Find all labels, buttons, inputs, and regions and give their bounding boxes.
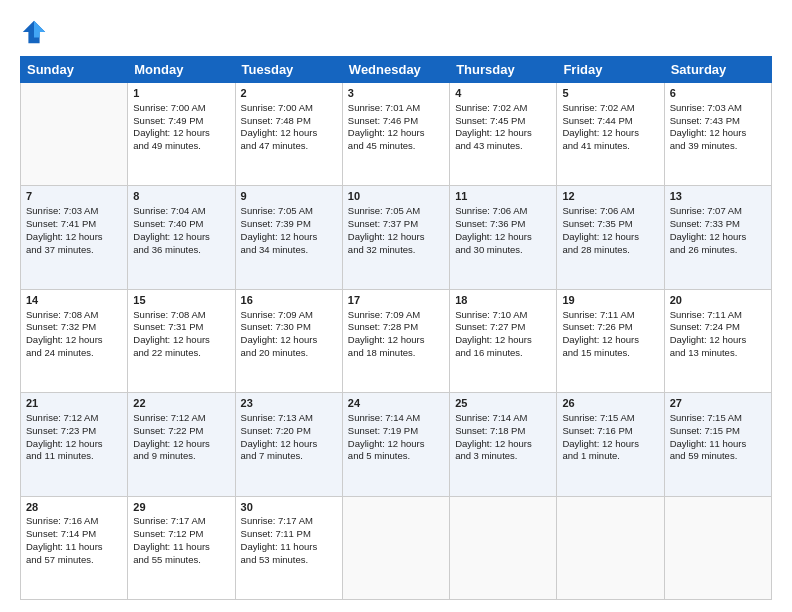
calendar-cell: 1Sunrise: 7:00 AMSunset: 7:49 PMDaylight…: [128, 83, 235, 186]
weekday-header: Friday: [557, 57, 664, 83]
day-number: 28: [26, 500, 122, 515]
calendar-cell: 6Sunrise: 7:03 AMSunset: 7:43 PMDaylight…: [664, 83, 771, 186]
calendar-week-row: 21Sunrise: 7:12 AMSunset: 7:23 PMDayligh…: [21, 393, 772, 496]
weekday-header: Tuesday: [235, 57, 342, 83]
day-number: 20: [670, 293, 766, 308]
day-number: 6: [670, 86, 766, 101]
calendar-cell: 23Sunrise: 7:13 AMSunset: 7:20 PMDayligh…: [235, 393, 342, 496]
day-number: 26: [562, 396, 658, 411]
calendar-cell: 17Sunrise: 7:09 AMSunset: 7:28 PMDayligh…: [342, 289, 449, 392]
calendar-cell: [664, 496, 771, 599]
calendar-cell: 24Sunrise: 7:14 AMSunset: 7:19 PMDayligh…: [342, 393, 449, 496]
calendar: SundayMondayTuesdayWednesdayThursdayFrid…: [20, 56, 772, 600]
day-number: 24: [348, 396, 444, 411]
calendar-week-row: 28Sunrise: 7:16 AMSunset: 7:14 PMDayligh…: [21, 496, 772, 599]
calendar-cell: 5Sunrise: 7:02 AMSunset: 7:44 PMDaylight…: [557, 83, 664, 186]
calendar-cell: 15Sunrise: 7:08 AMSunset: 7:31 PMDayligh…: [128, 289, 235, 392]
day-number: 9: [241, 189, 337, 204]
day-number: 27: [670, 396, 766, 411]
day-number: 11: [455, 189, 551, 204]
day-number: 18: [455, 293, 551, 308]
calendar-cell: 7Sunrise: 7:03 AMSunset: 7:41 PMDaylight…: [21, 186, 128, 289]
svg-marker-1: [34, 21, 45, 38]
calendar-cell: 18Sunrise: 7:10 AMSunset: 7:27 PMDayligh…: [450, 289, 557, 392]
calendar-cell: 21Sunrise: 7:12 AMSunset: 7:23 PMDayligh…: [21, 393, 128, 496]
calendar-week-row: 1Sunrise: 7:00 AMSunset: 7:49 PMDaylight…: [21, 83, 772, 186]
calendar-cell: 13Sunrise: 7:07 AMSunset: 7:33 PMDayligh…: [664, 186, 771, 289]
day-number: 3: [348, 86, 444, 101]
calendar-cell: 19Sunrise: 7:11 AMSunset: 7:26 PMDayligh…: [557, 289, 664, 392]
calendar-cell: [21, 83, 128, 186]
calendar-cell: 14Sunrise: 7:08 AMSunset: 7:32 PMDayligh…: [21, 289, 128, 392]
day-number: 14: [26, 293, 122, 308]
day-number: 23: [241, 396, 337, 411]
calendar-cell: [342, 496, 449, 599]
calendar-cell: 9Sunrise: 7:05 AMSunset: 7:39 PMDaylight…: [235, 186, 342, 289]
calendar-cell: 26Sunrise: 7:15 AMSunset: 7:16 PMDayligh…: [557, 393, 664, 496]
logo-icon: [20, 18, 48, 46]
calendar-cell: [450, 496, 557, 599]
calendar-cell: 25Sunrise: 7:14 AMSunset: 7:18 PMDayligh…: [450, 393, 557, 496]
day-number: 16: [241, 293, 337, 308]
calendar-cell: 12Sunrise: 7:06 AMSunset: 7:35 PMDayligh…: [557, 186, 664, 289]
day-number: 13: [670, 189, 766, 204]
day-number: 2: [241, 86, 337, 101]
day-number: 25: [455, 396, 551, 411]
header: [20, 18, 772, 46]
calendar-cell: 11Sunrise: 7:06 AMSunset: 7:36 PMDayligh…: [450, 186, 557, 289]
day-number: 22: [133, 396, 229, 411]
weekday-header: Wednesday: [342, 57, 449, 83]
day-number: 19: [562, 293, 658, 308]
calendar-cell: 3Sunrise: 7:01 AMSunset: 7:46 PMDaylight…: [342, 83, 449, 186]
day-number: 30: [241, 500, 337, 515]
calendar-cell: 28Sunrise: 7:16 AMSunset: 7:14 PMDayligh…: [21, 496, 128, 599]
day-number: 17: [348, 293, 444, 308]
day-number: 1: [133, 86, 229, 101]
calendar-cell: 22Sunrise: 7:12 AMSunset: 7:22 PMDayligh…: [128, 393, 235, 496]
calendar-cell: 10Sunrise: 7:05 AMSunset: 7:37 PMDayligh…: [342, 186, 449, 289]
calendar-cell: 2Sunrise: 7:00 AMSunset: 7:48 PMDaylight…: [235, 83, 342, 186]
day-number: 15: [133, 293, 229, 308]
day-number: 12: [562, 189, 658, 204]
day-number: 7: [26, 189, 122, 204]
weekday-header: Sunday: [21, 57, 128, 83]
calendar-week-row: 14Sunrise: 7:08 AMSunset: 7:32 PMDayligh…: [21, 289, 772, 392]
weekday-header: Monday: [128, 57, 235, 83]
day-number: 21: [26, 396, 122, 411]
calendar-week-row: 7Sunrise: 7:03 AMSunset: 7:41 PMDaylight…: [21, 186, 772, 289]
header-row: SundayMondayTuesdayWednesdayThursdayFrid…: [21, 57, 772, 83]
calendar-cell: 30Sunrise: 7:17 AMSunset: 7:11 PMDayligh…: [235, 496, 342, 599]
day-number: 10: [348, 189, 444, 204]
logo: [20, 18, 52, 46]
weekday-header: Thursday: [450, 57, 557, 83]
day-number: 8: [133, 189, 229, 204]
calendar-cell: 27Sunrise: 7:15 AMSunset: 7:15 PMDayligh…: [664, 393, 771, 496]
calendar-cell: 29Sunrise: 7:17 AMSunset: 7:12 PMDayligh…: [128, 496, 235, 599]
calendar-cell: 4Sunrise: 7:02 AMSunset: 7:45 PMDaylight…: [450, 83, 557, 186]
weekday-header: Saturday: [664, 57, 771, 83]
calendar-cell: 8Sunrise: 7:04 AMSunset: 7:40 PMDaylight…: [128, 186, 235, 289]
day-number: 5: [562, 86, 658, 101]
day-number: 29: [133, 500, 229, 515]
calendar-cell: 20Sunrise: 7:11 AMSunset: 7:24 PMDayligh…: [664, 289, 771, 392]
calendar-cell: 16Sunrise: 7:09 AMSunset: 7:30 PMDayligh…: [235, 289, 342, 392]
day-number: 4: [455, 86, 551, 101]
calendar-cell: [557, 496, 664, 599]
page: SundayMondayTuesdayWednesdayThursdayFrid…: [0, 0, 792, 612]
